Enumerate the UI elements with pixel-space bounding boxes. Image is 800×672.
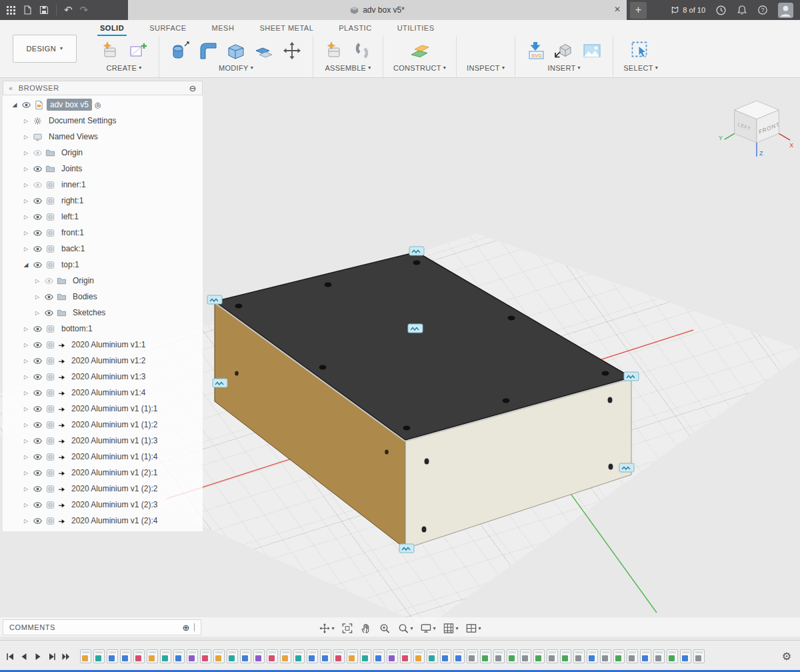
timeline-skip-to-end-button[interactable] <box>61 652 71 661</box>
fit-button[interactable] <box>341 623 353 634</box>
timeline-feature-pattern[interactable] <box>187 649 198 663</box>
tree-item-label[interactable]: 2020 Aluminium v1 (1):3 <box>68 435 161 447</box>
timeline-feature-extrude[interactable] <box>107 649 118 663</box>
construction-plane-button[interactable] <box>409 40 431 61</box>
timeline-feature-extrude[interactable] <box>440 649 451 663</box>
select-button[interactable] <box>630 40 651 61</box>
timeline-feature-sketch[interactable] <box>427 649 438 663</box>
visibility-eye-icon[interactable] <box>33 404 43 414</box>
job-status[interactable]: 8 of 10 <box>671 6 705 15</box>
timeline-feature-hole[interactable] <box>200 649 211 663</box>
tree-item-label[interactable]: Document Settings <box>45 115 119 127</box>
tree-item-joints[interactable]: ▷Joints <box>3 161 203 177</box>
display-settings-button[interactable]: ▾ <box>420 623 435 634</box>
file-menu-icon[interactable] <box>23 5 32 15</box>
timeline-feature-hole[interactable] <box>333 649 345 663</box>
timeline-feature-sketch[interactable] <box>160 649 171 663</box>
visibility-eye-icon[interactable] <box>21 100 31 110</box>
tree-item-document-settings[interactable]: ▷Document Settings <box>3 113 203 129</box>
visibility-eye-icon[interactable] <box>33 228 43 238</box>
tool-group-label-create[interactable]: CREATE▾ <box>107 64 142 72</box>
layout-grid-button[interactable]: ▾ <box>443 623 459 634</box>
joint-origin-marker[interactable] <box>624 372 639 381</box>
disclosure-triangle[interactable]: ▷ <box>22 470 30 476</box>
disclosure-triangle[interactable]: ▷ <box>22 486 30 492</box>
tree-item-label[interactable]: 2020 Aluminium v1:2 <box>68 355 149 367</box>
clock-icon[interactable] <box>715 5 727 16</box>
visibility-eye-icon[interactable] <box>33 452 43 462</box>
tree-item-2020-aluminium-v1-2-1[interactable]: ▷2020 Aluminium v1 (2):1 <box>3 465 203 481</box>
tree-item-2020-aluminium-v1-2-4[interactable]: ▷2020 Aluminium v1 (2):4 <box>3 513 203 529</box>
timeline-feature-joint[interactable] <box>480 649 491 663</box>
timeline-feature-extrude[interactable] <box>640 649 651 663</box>
visibility-eye-icon[interactable] <box>33 516 43 526</box>
visibility-eye-icon[interactable] <box>33 500 43 510</box>
toolbar-tab-sheet-metal[interactable]: SHEET METAL <box>257 22 316 36</box>
tree-item-label[interactable]: left:1 <box>58 211 82 223</box>
disclosure-triangle[interactable]: ◢ <box>11 101 19 108</box>
joint-origin-marker[interactable] <box>409 247 424 255</box>
tree-item-label[interactable]: 2020 Aluminium v1:1 <box>68 339 149 351</box>
timeline-feature-joint[interactable] <box>627 649 638 663</box>
new-document-tab-button[interactable]: + <box>630 2 647 19</box>
visibility-eye-icon[interactable] <box>33 180 43 190</box>
tree-item-top-1[interactable]: ◢top:1 <box>3 257 203 273</box>
timeline-feature-hole[interactable] <box>133 649 145 663</box>
visibility-eye-icon[interactable] <box>33 356 43 366</box>
joint-origin-marker[interactable] <box>408 324 423 333</box>
timeline-feature-extrude[interactable] <box>453 649 465 663</box>
joint-origin-marker[interactable] <box>399 544 414 553</box>
disclosure-triangle[interactable]: ▷ <box>22 182 30 188</box>
timeline-feature-hole[interactable] <box>267 649 278 663</box>
tree-item-label[interactable]: Sketches <box>69 307 109 319</box>
tree-item-2020-aluminium-v1-1-4[interactable]: ▷2020 Aluminium v1 (1):4 <box>3 449 203 465</box>
workspace-selector[interactable]: DESIGN ▾ <box>13 35 77 63</box>
timeline-feature-joint[interactable] <box>547 649 558 663</box>
viewports-button[interactable]: ▾ <box>466 623 481 634</box>
disclosure-triangle[interactable]: ▷ <box>22 230 30 236</box>
timeline-play-button[interactable] <box>33 652 43 661</box>
disclosure-triangle[interactable]: ▷ <box>22 134 30 140</box>
visibility-eye-icon[interactable] <box>44 276 54 286</box>
tree-item-label[interactable]: 2020 Aluminium v1:4 <box>68 387 149 399</box>
disclosure-triangle[interactable]: ▷ <box>33 310 41 316</box>
tree-item-label[interactable]: bottom:1 <box>58 323 96 335</box>
timeline-feature-extrude[interactable] <box>173 649 185 663</box>
disclosure-triangle[interactable]: ▷ <box>22 390 30 396</box>
help-icon[interactable]: ? <box>757 5 768 15</box>
timeline-feature-joint[interactable] <box>600 649 611 663</box>
disclosure-triangle[interactable]: ▷ <box>22 454 30 460</box>
tree-item-label[interactable]: 2020 Aluminium v1 (2):2 <box>68 483 161 495</box>
toolbar-tab-plastic[interactable]: PLASTIC <box>336 22 374 36</box>
disclosure-triangle[interactable]: ▷ <box>22 198 30 204</box>
tree-item-adv-box-v5[interactable]: ◢adv box v5◎ <box>3 97 203 113</box>
tree-item-2020-aluminium-v1-2-2[interactable]: ▷2020 Aluminium v1 (2):2 <box>3 481 203 497</box>
disclosure-triangle[interactable]: ▷ <box>22 438 30 444</box>
tree-item-inner-1[interactable]: ▷inner:1 <box>3 177 203 193</box>
visibility-eye-icon[interactable] <box>33 324 43 334</box>
disclosure-triangle[interactable]: ▷ <box>22 246 30 252</box>
undo-icon[interactable]: ↶ <box>64 5 73 15</box>
tree-item-label[interactable]: inner:1 <box>58 179 89 191</box>
tool-group-label-insert[interactable]: INSERT▾ <box>548 64 581 72</box>
timeline-feature-joint[interactable] <box>520 649 531 663</box>
disclosure-triangle[interactable]: ▷ <box>22 118 30 124</box>
timeline-feature-sketch[interactable] <box>293 649 305 663</box>
app-menu-icon[interactable] <box>7 6 15 15</box>
timeline-feature-component[interactable] <box>347 649 358 663</box>
joint-button[interactable] <box>351 40 373 61</box>
tree-item-label[interactable]: right:1 <box>58 195 87 207</box>
tree-item-2020-aluminium-v1-1-2[interactable]: ▷2020 Aluminium v1 (1):2 <box>3 417 203 433</box>
timeline-feature-component[interactable] <box>80 649 91 663</box>
timeline-feature-hole[interactable] <box>400 649 411 663</box>
joint-origin-marker[interactable] <box>619 463 634 472</box>
joint-origin-marker[interactable] <box>213 379 227 387</box>
tool-group-label-inspect[interactable]: INSPECT▾ <box>467 64 505 72</box>
visibility-eye-icon[interactable] <box>33 148 43 158</box>
disclosure-triangle[interactable]: ▷ <box>22 518 30 524</box>
timeline-feature-pattern[interactable] <box>253 649 265 663</box>
disclosure-triangle[interactable]: ▷ <box>22 358 30 364</box>
shell-button[interactable] <box>225 40 247 61</box>
tree-item-label[interactable]: 2020 Aluminium v1 (2):4 <box>68 515 161 527</box>
press-pull-button[interactable] <box>169 40 191 61</box>
